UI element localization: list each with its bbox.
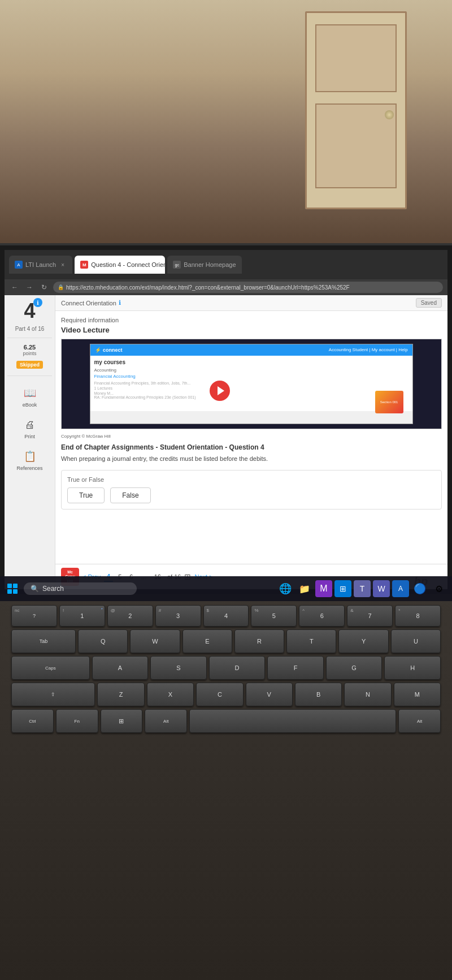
true-false-section: True or False True False [61, 470, 442, 510]
door-panel-top [315, 24, 397, 92]
key-space[interactable] [189, 709, 396, 733]
key-1[interactable]: !*1 [59, 605, 105, 627]
browser-chrome: A LTI Launch × M Question 4 - Connect Or… [5, 250, 447, 279]
taskbar-link-icon[interactable]: A [392, 580, 409, 597]
tab-close-lti[interactable]: × [59, 261, 67, 269]
references-button[interactable]: 📋 References [14, 446, 45, 473]
key-b[interactable]: B [295, 683, 342, 706]
saved-badge: Saved [416, 298, 442, 308]
key-t[interactable]: T [286, 629, 336, 653]
points-label: points [23, 351, 36, 356]
key-r[interactable]: R [234, 629, 284, 653]
refresh-button[interactable]: ↻ [38, 282, 50, 293]
ebook-icon: 📖 [22, 385, 38, 401]
question-text: When preparing a journal entry, the cred… [61, 455, 442, 463]
true-button[interactable]: True [67, 487, 105, 503]
key-fn2[interactable]: Fn [56, 709, 98, 733]
taskbar-search-icon: 🔍 [31, 585, 39, 593]
video-header-nav: Accounting Student | My account | Help [329, 347, 408, 352]
taskbar: 🔍 Search 🌐 📁 M ⊞ T W A 🔵 ⚙ [0, 576, 452, 601]
key-z[interactable]: Z [97, 683, 144, 706]
key-e[interactable]: E [182, 629, 232, 653]
taskbar-edge-icon[interactable]: 🌐 [277, 580, 294, 597]
key-u[interactable]: U [391, 629, 441, 653]
tab-question4[interactable]: M Question 4 - Connect Orientation × [75, 256, 165, 274]
video-container[interactable]: ⚡ connect Accounting Student | My accoun… [61, 339, 442, 429]
key-c[interactable]: C [196, 683, 243, 706]
back-button[interactable]: ← [9, 282, 20, 293]
play-button[interactable] [210, 381, 230, 401]
info-icon-header: ℹ [119, 299, 121, 306]
tab-icon-q4: M [80, 261, 88, 269]
true-false-label: True or False [67, 476, 436, 483]
taskbar-folder-icon[interactable]: 📁 [296, 580, 313, 597]
win-sq1 [7, 584, 12, 588]
video-screenshot: ⚡ connect Accounting Student | My accoun… [90, 344, 412, 424]
key-8[interactable]: *8 [395, 605, 441, 627]
taskbar-teams-icon[interactable]: T [354, 580, 371, 597]
key-f[interactable]: F [267, 656, 324, 680]
key-win[interactable]: ⊞ [101, 709, 143, 733]
taskbar-teams2-icon[interactable]: W [373, 580, 390, 597]
key-g[interactable]: G [326, 656, 383, 680]
key-a[interactable]: A [92, 656, 149, 680]
key-shift-left[interactable]: ⇧ [11, 683, 95, 706]
windows-logo-icon [7, 584, 18, 594]
tab-icon-banner: gc [173, 261, 181, 269]
windows-start-button[interactable] [5, 581, 20, 597]
taskbar-browser-icon[interactable]: 🔵 [411, 580, 428, 597]
points-value: 6.25 [23, 344, 36, 351]
question-title: End of Chapter Assignments - Student Ori… [61, 443, 442, 451]
key-altgr[interactable]: Alt [398, 709, 441, 733]
key-m[interactable]: M [394, 683, 441, 706]
url-text: https://ezto.mheducation.com/ext/map/ind… [66, 284, 350, 291]
main-area: Connect Orientation ℹ Saved Required inf… [55, 295, 447, 589]
key-w[interactable]: W [130, 629, 180, 653]
key-7[interactable]: &7 [347, 605, 393, 627]
page-content: 4 ℹ Part 4 of 16 6.25 points Skipped 📖 e… [5, 295, 447, 589]
keyboard-row-num: nc? !*1 @2 #3 $4 %5 ^6 &7 *8 [11, 605, 441, 627]
key-4[interactable]: $4 [203, 605, 249, 627]
address-input[interactable]: 🔒 https://ezto.mheducation.com/ext/map/i… [53, 282, 443, 293]
key-6[interactable]: ^6 [299, 605, 345, 627]
key-caps[interactable]: Caps [11, 656, 90, 680]
key-n[interactable]: N [344, 683, 391, 706]
spacer1 [61, 439, 442, 443]
false-button[interactable]: False [110, 487, 150, 503]
win-sq4 [13, 589, 18, 594]
key-ctrl[interactable]: Ctrl [11, 709, 54, 733]
key-y[interactable]: Y [338, 629, 388, 653]
video-inner: ⚡ connect Accounting Student | My accoun… [62, 339, 441, 429]
print-button[interactable]: 🖨 Print [20, 415, 40, 442]
acc-sub2: 1 Lectures [94, 386, 408, 390]
laptop-screen: A LTI Launch × M Question 4 - Connect Or… [0, 243, 452, 594]
key-h[interactable]: H [384, 656, 441, 680]
key-s[interactable]: S [150, 656, 207, 680]
tab-label-lti: LTI Launch [25, 261, 56, 268]
tab-lti-launch[interactable]: A LTI Launch × [9, 256, 72, 274]
taskbar-collab-icon[interactable]: M [315, 580, 332, 597]
tab-label-banner: Banner Homepage [184, 261, 236, 268]
key-v[interactable]: V [246, 683, 293, 706]
key-2[interactable]: @2 [107, 605, 153, 627]
key-3[interactable]: #3 [155, 605, 201, 627]
key-q[interactable]: Q [78, 629, 128, 653]
tab-icon-lti: A [15, 261, 23, 269]
ebook-button[interactable]: 📖 eBook [20, 383, 40, 410]
key-fn[interactable]: nc? [11, 605, 57, 627]
tab-banner[interactable]: gc Banner Homepage [167, 256, 241, 274]
acc-sub1: Financial Accounting Principles, 3th edi… [94, 381, 408, 385]
taskbar-search-bar[interactable]: 🔍 Search [24, 582, 137, 595]
taskbar-store-icon[interactable]: ⊞ [334, 580, 351, 597]
key-alt[interactable]: Alt [145, 709, 187, 733]
video-copyright: Copyright © McGraw Hill [61, 434, 442, 439]
key-d[interactable]: D [209, 656, 266, 680]
keyboard-area: nc? !*1 @2 #3 $4 %5 ^6 &7 *8 Tab Q W E R… [11, 605, 441, 980]
sidebar: 4 ℹ Part 4 of 16 6.25 points Skipped 📖 e… [5, 295, 55, 589]
forward-button[interactable]: → [24, 282, 35, 293]
room-background [0, 0, 452, 243]
taskbar-settings-icon[interactable]: ⚙ [431, 580, 447, 597]
key-tab[interactable]: Tab [11, 629, 76, 653]
key-x[interactable]: X [147, 683, 194, 706]
key-5[interactable]: %5 [251, 605, 297, 627]
